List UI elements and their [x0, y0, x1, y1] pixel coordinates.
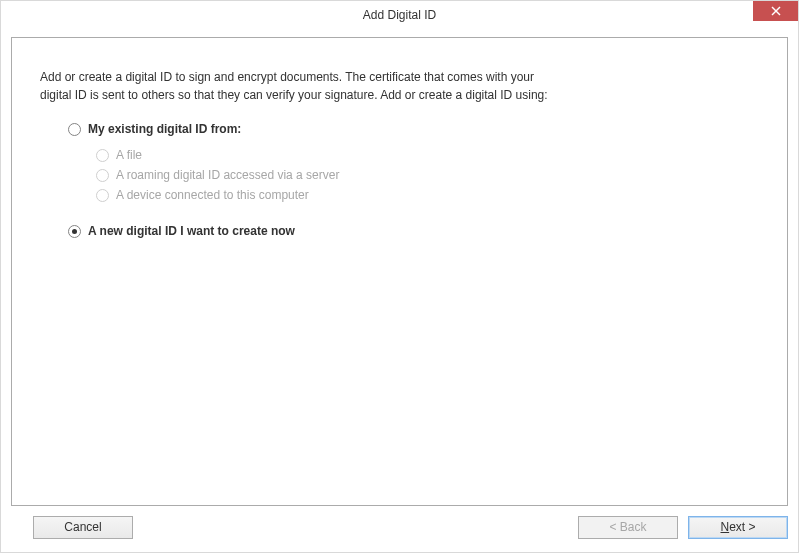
- radio-icon: [96, 189, 109, 202]
- radio-label: A roaming digital ID accessed via a serv…: [116, 168, 339, 182]
- radio-existing-file: A file: [96, 148, 759, 162]
- close-icon: [771, 6, 781, 16]
- radio-new-id[interactable]: A new digital ID I want to create now: [68, 224, 759, 238]
- cancel-button[interactable]: Cancel: [33, 516, 133, 539]
- intro-line-1: Add or create a digital ID to sign and e…: [40, 68, 759, 86]
- close-button[interactable]: [753, 1, 798, 21]
- radio-icon: [68, 225, 81, 238]
- radio-label: My existing digital ID from:: [88, 122, 241, 136]
- radio-label: A file: [116, 148, 142, 162]
- next-rest: ext >: [729, 520, 755, 534]
- content-area: Add or create a digital ID to sign and e…: [12, 38, 787, 270]
- dialog-footer: Cancel < Back Next >: [11, 512, 788, 542]
- radio-label: A new digital ID I want to create now: [88, 224, 295, 238]
- next-button[interactable]: Next >: [688, 516, 788, 539]
- back-button: < Back: [578, 516, 678, 539]
- radio-icon: [96, 149, 109, 162]
- dialog-title: Add Digital ID: [363, 8, 436, 22]
- intro-line-2: digital ID is sent to others so that the…: [40, 86, 759, 104]
- radio-existing-id[interactable]: My existing digital ID from:: [68, 122, 759, 136]
- radio-label: A device connected to this computer: [116, 188, 309, 202]
- intro-text: Add or create a digital ID to sign and e…: [40, 68, 759, 104]
- radio-existing-device: A device connected to this computer: [96, 188, 759, 202]
- radio-existing-roaming: A roaming digital ID accessed via a serv…: [96, 168, 759, 182]
- dialog-window: Add Digital ID Add or create a digital I…: [0, 0, 799, 553]
- next-mnemonic: N: [720, 520, 729, 534]
- radio-icon: [96, 169, 109, 182]
- content-frame: Add or create a digital ID to sign and e…: [11, 37, 788, 506]
- titlebar: Add Digital ID: [1, 1, 798, 29]
- radio-icon: [68, 123, 81, 136]
